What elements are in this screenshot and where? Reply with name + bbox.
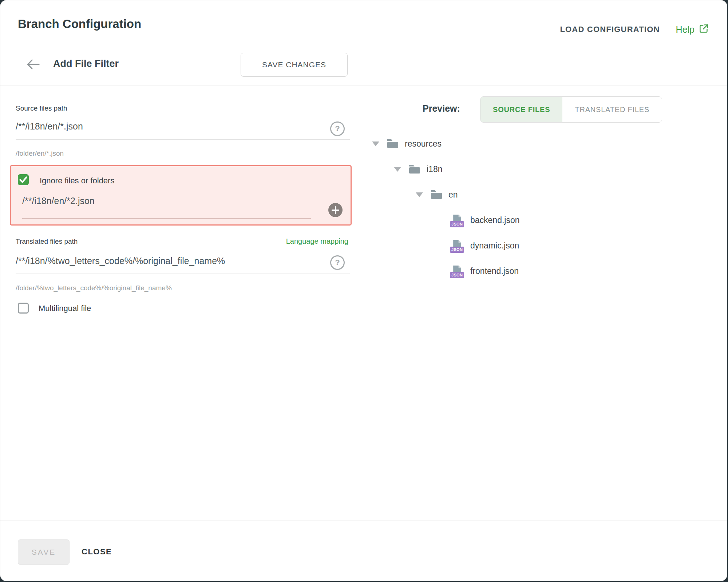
tree-item-label: frontend.json [470,266,519,276]
tree-item-label: backend.json [470,215,520,225]
input-underline [16,139,350,140]
file-badge: JSON [450,272,464,278]
source-files-path-helper: /folder/en/*.json [16,150,64,158]
ignore-pattern-input[interactable]: /**/i18n/en/*2.json [22,196,95,206]
preview-label: Preview: [423,103,460,114]
save-changes-button[interactable]: SAVE CHANGES [241,53,348,77]
multilingual-file-label: Multilingual file [39,304,91,313]
help-link[interactable]: Help [676,24,709,36]
language-mapping-link[interactable]: Language mapping [286,237,348,246]
translated-files-path-input[interactable]: /**/i18n/%two_letters_code%/%original_fi… [16,256,225,266]
branch-configuration-dialog: Branch Configuration LOAD CONFIGURATION … [0,0,727,581]
plus-icon [335,206,336,214]
input-underline [22,218,311,219]
header-actions: LOAD CONFIGURATION Help [560,21,709,37]
tree-row[interactable]: JSON backend.json [364,207,707,233]
chevron-down-icon[interactable] [394,167,401,172]
ignore-files-checkbox[interactable] [18,174,29,185]
file-badge: JSON [450,221,464,227]
source-files-path-label: Source files path [16,104,67,112]
folder-icon [430,190,443,200]
question-mark-icon[interactable]: ? [330,255,345,270]
footer-divider [0,521,727,521]
file-badge: JSON [450,247,464,253]
chevron-down-icon[interactable] [416,192,423,197]
external-link-icon [699,24,709,36]
question-mark-icon[interactable]: ? [330,121,345,136]
ignore-filter-highlight-box: Ignore files or folders /**/i18n/en/*2.j… [10,165,352,226]
tree-item-label: en [448,190,458,200]
tree-row[interactable]: JSON dynamic.json [364,233,707,258]
json-file-icon: JSON [452,265,462,277]
checkmark-icon [18,174,29,185]
tree-item-label: dynamic.json [470,241,519,251]
save-button[interactable]: SAVE [18,539,70,565]
translated-files-path-helper: /folder/%two_letters_code%/%original_fil… [16,284,172,292]
load-configuration-button[interactable]: LOAD CONFIGURATION [560,25,660,34]
folder-icon [387,139,399,149]
multilingual-file-checkbox[interactable] [18,303,29,314]
tree-row[interactable]: i18n [364,156,707,182]
back-arrow-icon[interactable] [25,57,41,72]
folder-icon [408,164,421,174]
tab-source-files[interactable]: SOURCE FILES [480,97,562,122]
close-button[interactable]: CLOSE [82,539,112,564]
json-file-icon: JSON [452,214,462,226]
chevron-down-icon[interactable] [372,141,379,146]
ignore-files-label: Ignore files or folders [40,176,114,186]
header-divider [0,85,727,85]
tree-item-label: i18n [427,164,442,174]
add-pattern-button[interactable] [328,203,343,217]
tree-row[interactable]: en [364,182,707,207]
tree-item-label: resources [405,139,442,149]
tree-row[interactable]: JSON frontend.json [364,258,707,284]
json-file-icon: JSON [452,240,462,252]
section-title: Add File Filter [53,58,119,69]
translated-files-path-label: Translated files path [16,238,78,246]
preview-toggle-group: SOURCE FILES TRANSLATED FILES [480,96,662,123]
page-title: Branch Configuration [18,17,141,31]
tree-row[interactable]: resources [364,131,707,156]
file-tree: resources i18n [364,131,707,284]
input-underline [16,274,350,274]
source-files-path-input[interactable]: /**/i18n/en/*.json [16,121,83,132]
tab-translated-files[interactable]: TRANSLATED FILES [562,97,662,122]
help-link-label: Help [676,24,695,35]
